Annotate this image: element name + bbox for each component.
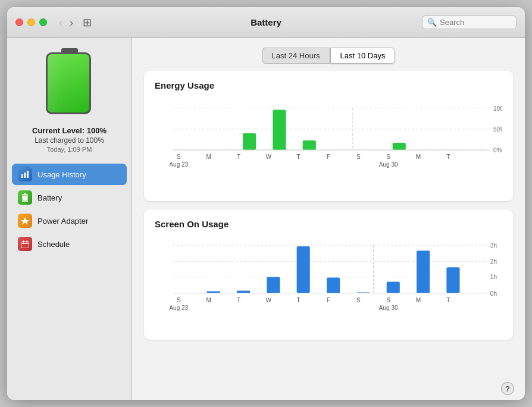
svg-text:T: T [297,154,301,160]
svg-rect-47 [327,277,340,293]
svg-text:T: T [237,297,240,303]
energy-chart-container: 100% 50% 0% [155,96,502,192]
svg-rect-49 [387,281,400,293]
back-button[interactable]: ‹ [57,16,65,29]
battery-timestamp: Today, 1:09 PM [32,146,107,153]
svg-text:S: S [356,297,361,303]
svg-rect-7 [21,242,29,248]
svg-text:W: W [266,297,272,303]
energy-chart-svg: 100% 50% 0% [155,96,502,192]
battery-body [46,52,91,114]
svg-text:M: M [416,297,421,303]
svg-text:T: T [446,154,450,160]
tab-last-24h[interactable]: Last 24 Hours [262,48,330,64]
energy-chart-title: Energy Usage [155,80,502,90]
energy-chart-section: Energy Usage 100% 50% 0% [144,71,513,201]
battery-nav-icon [18,190,32,205]
search-box[interactable]: 🔍 [422,15,517,29]
sidebar-item-battery[interactable]: Battery [12,187,127,208]
help-button[interactable]: ? [501,382,514,395]
charts-area: Energy Usage 100% 50% 0% [132,71,525,400]
svg-text:3h: 3h [490,242,497,249]
tab-bar: Last 24 Hours Last 10 Days [132,38,525,71]
titlebar: ‹ › ⊞ Battery 🔍 [7,7,525,38]
forward-button[interactable]: › [67,16,76,29]
nav-buttons: ‹ › [57,16,76,29]
svg-text:M: M [416,154,421,160]
svg-text:Aug 30: Aug 30 [379,161,398,168]
battery-tip [61,48,78,52]
svg-rect-45 [267,277,280,293]
svg-text:2h: 2h [490,258,497,265]
svg-rect-44 [237,291,250,293]
sidebar: Current Level: 100% Last charged to 100%… [7,38,132,400]
minimize-button[interactable] [27,18,35,26]
svg-rect-5 [23,196,27,201]
svg-text:F: F [327,154,330,160]
sidebar-label-usage-history: Usage History [37,170,86,179]
svg-text:0%: 0% [493,147,502,154]
screen-chart-title: Screen On Usage [155,219,502,229]
battery-level-text: Current Level: 100% [32,126,107,135]
svg-text:Aug 23: Aug 23 [169,161,188,168]
screen-chart-section: Screen On Usage 3h 2h 1h 0h [144,209,513,340]
screen-chart-container: 3h 2h 1h 0h [155,235,502,330]
svg-text:S: S [386,297,390,303]
battery-charged-text: Last charged to 100% [32,136,107,145]
svg-text:50%: 50% [493,126,502,133]
svg-marker-6 [21,217,29,225]
svg-rect-17 [243,133,256,150]
battery-graphic [46,52,93,118]
svg-rect-0 [21,174,23,178]
tab-last-10d[interactable]: Last 10 Days [330,48,396,64]
svg-rect-9 [26,240,27,243]
main-window: ‹ › ⊞ Battery 🔍 [7,7,525,400]
sidebar-item-usage-history[interactable]: Usage History [12,164,127,185]
svg-text:T: T [446,297,450,303]
sidebar-item-power-adapter[interactable]: Power Adapter [12,210,127,231]
svg-rect-46 [297,246,310,293]
svg-text:1h: 1h [490,274,497,280]
svg-text:Aug 30: Aug 30 [379,305,398,311]
content-area: Current Level: 100% Last charged to 100%… [7,38,525,400]
svg-rect-10 [21,243,29,244]
sidebar-nav: Usage History Battery Power Adapter [7,164,132,256]
power-adapter-icon [18,214,32,228]
search-icon: 🔍 [427,18,437,27]
svg-rect-18 [273,110,286,150]
svg-text:0h: 0h [490,290,497,297]
sidebar-label-power-adapter: Power Adapter [37,217,88,226]
svg-rect-20 [393,143,406,150]
svg-text:T: T [237,154,240,160]
svg-text:Aug 23: Aug 23 [169,305,188,311]
screen-chart-svg: 3h 2h 1h 0h [155,235,502,330]
svg-rect-50 [417,251,430,293]
svg-text:F: F [327,297,330,303]
battery-sheen [48,54,89,112]
usage-history-icon [18,167,32,181]
maximize-button[interactable] [39,18,47,26]
svg-text:S: S [356,154,361,160]
app-grid-button[interactable]: ⊞ [83,16,92,29]
svg-rect-51 [446,267,459,293]
sidebar-label-schedule: Schedule [37,240,70,249]
close-button[interactable] [15,18,23,26]
schedule-icon [18,237,32,251]
svg-rect-1 [24,173,26,178]
svg-text:S: S [177,297,181,303]
window-title: Battery [251,17,281,27]
svg-text:S: S [386,154,390,160]
svg-text:S: S [177,154,181,160]
battery-fill [48,54,89,112]
traffic-lights [15,18,47,26]
sidebar-label-battery: Battery [37,193,62,202]
main-panel: Last 24 Hours Last 10 Days Energy Usage [132,38,525,400]
svg-text:100%: 100% [493,105,502,112]
battery-info: Current Level: 100% Last charged to 100%… [32,126,107,153]
svg-text:T: T [297,297,301,303]
svg-text:M: M [206,297,211,303]
svg-rect-8 [23,240,24,243]
sidebar-item-schedule[interactable]: Schedule [12,233,127,255]
svg-rect-19 [303,140,316,150]
search-input[interactable] [440,18,511,27]
